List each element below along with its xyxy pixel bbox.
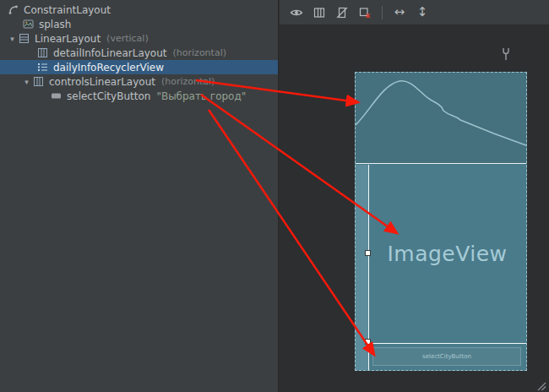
- tree-item-label: LinearLayout: [35, 33, 101, 45]
- tree-item-meta: (vertical): [106, 33, 149, 44]
- selection-border-bottom: [368, 343, 526, 344]
- tree-item-constraintlayout[interactable]: ConstraintLayout: [0, 3, 278, 17]
- recyclerview-list-icon: [36, 62, 49, 74]
- tree-item-linearlayout[interactable]: ▾ LinearLayout (vertical): [0, 31, 278, 46]
- selection-handle-left[interactable]: [365, 250, 371, 256]
- tree-item-label: detailInfoLinearLayout: [53, 47, 167, 59]
- no-decorations-icon[interactable]: [334, 5, 350, 20]
- render-issues-icon[interactable]: [357, 5, 372, 20]
- tree-item-meta: (horizontal): [161, 76, 215, 87]
- tree-item-label: controlsLinearLayout: [49, 76, 155, 88]
- eye-icon[interactable]: [289, 5, 304, 20]
- chart-curve: [356, 73, 526, 163]
- selectcitybutton-preview[interactable]: selectCityButton: [372, 347, 521, 366]
- expand-arrow-icon[interactable]: ▾: [7, 35, 18, 43]
- design-toolbar: ↔ ↕: [280, 0, 549, 25]
- linearlayout-vertical-icon: [18, 33, 30, 45]
- tree-item-splash[interactable]: splash: [0, 17, 278, 31]
- selectcitybutton-preview-label: selectCityButton: [422, 353, 471, 360]
- column-view-icon[interactable]: [312, 5, 327, 20]
- tree-item-label: splash: [39, 19, 71, 30]
- tree-item-text-value: "Выбрать город": [156, 90, 246, 102]
- tree-item-selectcitybutton[interactable]: selectCityButton "Выбрать город": [0, 89, 278, 103]
- image-icon: [22, 19, 35, 30]
- expand-arrow-icon[interactable]: ▾: [21, 78, 32, 86]
- tree-item-meta: (horizontal): [173, 47, 226, 58]
- tree-item-detailinfolinearlayout[interactable]: detailInfoLinearLayout (horizontal): [0, 46, 278, 60]
- constraintlayout-icon: [7, 4, 19, 16]
- tree-item-label: dailyInfoRecyclerView: [53, 62, 164, 74]
- detail-info-preview[interactable]: [356, 73, 526, 164]
- linearlayout-horizontal-icon: [32, 76, 45, 88]
- tree-item-controlslinearlayout[interactable]: ▾ controlsLinearLayout (horizontal): [0, 74, 278, 89]
- design-surface[interactable]: ImageView selectCityButton: [280, 25, 549, 392]
- tree-item-label: ConstraintLayout: [24, 4, 111, 16]
- tree-item-dailyinforecyclerview[interactable]: dailyInfoRecyclerView: [0, 60, 278, 74]
- phone-preview[interactable]: ImageView selectCityButton: [355, 72, 527, 371]
- component-tree-panel: ConstraintLayout splash ▾ LinearLayout (…: [0, 0, 279, 392]
- resize-handle-icon[interactable]: [535, 378, 546, 389]
- vertical-arrow-icon[interactable]: ↕: [415, 5, 430, 20]
- imageview-preview[interactable]: ImageView: [368, 165, 526, 343]
- selection-handle-bottom-left[interactable]: [365, 339, 371, 345]
- toolbar-separator: [382, 6, 383, 19]
- horizontal-arrow-icon[interactable]: ↔: [392, 5, 407, 20]
- tree-item-label: selectCityButton: [67, 90, 150, 102]
- imageview-label: ImageView: [387, 242, 507, 266]
- linearlayout-horizontal-icon: [36, 47, 49, 59]
- button-icon: [50, 90, 63, 102]
- wrench-icon[interactable]: [500, 47, 512, 61]
